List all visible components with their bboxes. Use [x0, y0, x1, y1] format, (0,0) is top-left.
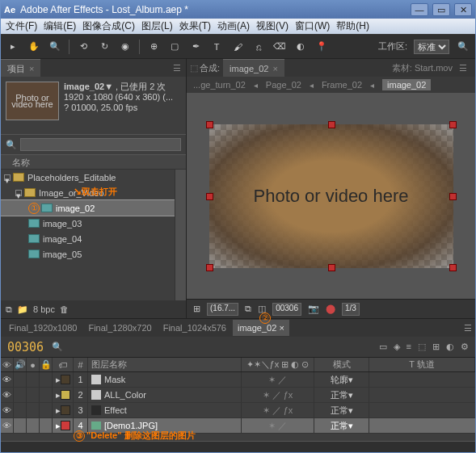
breadcrumb[interactable]: Page_02: [266, 80, 301, 90]
color-swatch[interactable]: [61, 390, 70, 400]
resolution-icon[interactable]: ⧉: [245, 304, 251, 314]
project-tree[interactable]: ▾Placeholders_Editable ▾Image_or_Video ↘…: [1, 170, 186, 300]
menu-animation[interactable]: 动画(A): [214, 19, 253, 33]
menu-file[interactable]: 文件(F): [2, 19, 40, 33]
transform-handle[interactable]: [206, 264, 213, 271]
ratio-display[interactable]: 1/3: [342, 303, 360, 316]
menu-composition[interactable]: 图像合成(C): [79, 19, 138, 33]
menu-window[interactable]: 窗口(W): [292, 19, 333, 33]
layer-row-selected[interactable]: 👁 ▸ 4 [Demo1.JPG] ✶ ／ 正常 ▾: [1, 418, 475, 434]
hand-tool-icon[interactable]: ✋: [27, 40, 41, 54]
panel-menu-icon[interactable]: ☰: [464, 323, 472, 333]
search-icon[interactable]: 🔍: [456, 40, 470, 54]
workspace-label: 工作区:: [378, 40, 407, 52]
menu-edit[interactable]: 编辑(E): [40, 19, 79, 33]
col-mode[interactable]: 模式: [314, 358, 369, 371]
zoom-select[interactable]: (16.7...: [207, 303, 238, 316]
tab-close-icon[interactable]: ×: [27, 64, 34, 73]
workspace-select[interactable]: 标准: [414, 40, 449, 54]
tl-icon[interactable]: ⚙: [461, 342, 469, 352]
project-tab[interactable]: 项目 ×: [1, 59, 40, 77]
layer-row[interactable]: 👁 ▸ 1 Mask ✶ ／ 轮廓 ▾: [1, 372, 475, 388]
time-display[interactable]: 00306: [272, 303, 301, 316]
camera-tool-icon[interactable]: ◉: [118, 40, 133, 54]
tree-folder[interactable]: ▾Image_or_Video ↘双击打开: [1, 185, 186, 200]
folder-icon: [13, 173, 24, 182]
tl-icon[interactable]: ⬚: [418, 342, 426, 352]
tree-comp-image-02[interactable]: ①image_02: [1, 200, 186, 216]
roto-tool-icon[interactable]: ◐: [293, 40, 308, 54]
transform-handle[interactable]: [449, 121, 457, 128]
timeline-tab[interactable]: Final_1280x720: [83, 320, 156, 336]
timeline-footer: [1, 441, 475, 453]
orbit-tool-icon[interactable]: ⟲: [76, 40, 91, 54]
rect-tool-icon[interactable]: ▢: [167, 40, 182, 54]
menu-layer[interactable]: 图层(L): [138, 19, 176, 33]
brush-tool-icon[interactable]: 🖌: [230, 40, 245, 54]
tl-icon[interactable]: ◈: [394, 342, 400, 352]
search-icon[interactable]: 🔍: [6, 140, 17, 150]
tree-comp[interactable]: image_03: [1, 216, 186, 231]
text-tool-icon[interactable]: T: [209, 40, 224, 54]
bpc-button[interactable]: 8 bpc: [33, 304, 55, 314]
search-icon[interactable]: 🔍: [52, 342, 63, 352]
breadcrumb[interactable]: ...ge_turn_02: [193, 80, 246, 90]
pen-tool-icon[interactable]: ✒: [188, 40, 203, 54]
color-swatch[interactable]: [61, 375, 70, 384]
panel-menu-icon[interactable]: ☰: [454, 63, 472, 73]
stamp-tool-icon[interactable]: ⎌: [251, 40, 266, 54]
timecode[interactable]: 00306: [7, 340, 44, 354]
eraser-tool-icon[interactable]: ⌫: [272, 40, 287, 54]
col-track[interactable]: T 轨道: [369, 358, 475, 371]
grid-icon[interactable]: ⊞: [193, 304, 200, 314]
color-swatch[interactable]: [61, 405, 70, 415]
folder-new-icon[interactable]: 📁: [17, 304, 28, 315]
layer-row[interactable]: 👁 ▸ 2 ALL_Color ✶ ／ ƒx 正常 ▾: [1, 388, 475, 403]
tree-folder[interactable]: ▾Placeholders_Editable: [1, 170, 186, 185]
transform-handle[interactable]: [328, 264, 335, 271]
transform-handle[interactable]: [206, 193, 213, 200]
snapshot-icon[interactable]: 📷: [308, 304, 319, 314]
color-swatch[interactable]: [61, 421, 70, 430]
timeline-tab[interactable]: Final_1024x576: [158, 320, 231, 336]
adjustment-icon: [91, 405, 101, 415]
selection-tool-icon[interactable]: ▸: [6, 40, 20, 54]
channel-icon[interactable]: ⬤: [326, 304, 335, 314]
transform-handle[interactable]: [449, 264, 457, 271]
interpret-icon[interactable]: ⧉: [6, 304, 12, 315]
project-thumbnail[interactable]: Photo or video here: [6, 82, 59, 120]
breadcrumb[interactable]: Frame_02: [322, 80, 362, 90]
project-footer: ⧉ 📁 8 bpc 🗑: [1, 300, 186, 318]
tl-icon[interactable]: ⊞: [432, 342, 440, 352]
transform-handle[interactable]: [328, 121, 335, 128]
menu-effect[interactable]: 效果(T): [176, 19, 214, 33]
composition-viewer[interactable]: Photo or video here: [187, 93, 475, 299]
rotate-tool-icon[interactable]: ↻: [97, 40, 112, 54]
puppet-tool-icon[interactable]: 📍: [314, 40, 329, 54]
maximize-button[interactable]: ▭: [432, 3, 450, 16]
timeline-tab[interactable]: Final_1920x1080: [4, 320, 82, 336]
close-button[interactable]: ✕: [454, 3, 472, 16]
transform-handle[interactable]: [206, 121, 213, 128]
tl-icon[interactable]: ▭: [379, 342, 387, 352]
project-column-header[interactable]: 名称: [1, 155, 186, 170]
breadcrumb-active[interactable]: image_02: [382, 79, 431, 90]
tree-comp[interactable]: image_05: [1, 246, 186, 262]
scrollbar[interactable]: [175, 170, 186, 300]
menu-help[interactable]: 帮助(H): [333, 19, 373, 33]
layer-row[interactable]: 👁 ▸ 3 Effect ✶ ／ ƒx 正常 ▾: [1, 403, 475, 418]
project-panel: 项目 × ☰ Photo or video here image_02▼ , 已…: [1, 59, 187, 318]
minimize-button[interactable]: —: [411, 3, 428, 16]
zoom-tool-icon[interactable]: 🔍: [48, 40, 62, 54]
project-search-input[interactable]: [20, 138, 181, 151]
tl-icon[interactable]: ≡: [406, 342, 411, 352]
menu-view[interactable]: 视图(V): [253, 19, 292, 33]
panel-menu-icon[interactable]: ☰: [168, 63, 186, 73]
tree-comp[interactable]: image_04: [1, 231, 186, 246]
comp-tab[interactable]: image_02 ×: [223, 59, 284, 77]
transform-handle[interactable]: [449, 193, 457, 200]
delete-icon[interactable]: 🗑: [60, 304, 69, 314]
col-layer-name[interactable]: 图层名称: [88, 358, 242, 371]
tl-icon[interactable]: ◐: [446, 342, 454, 352]
anchor-tool-icon[interactable]: ⊕: [146, 40, 161, 54]
